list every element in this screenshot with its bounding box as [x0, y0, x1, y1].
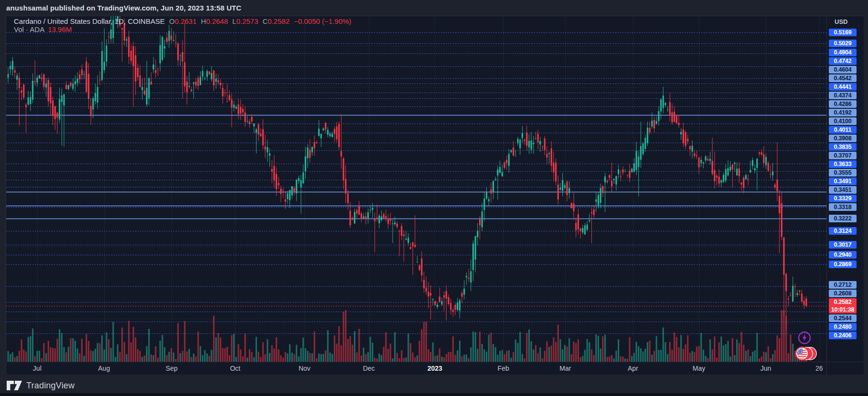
ohlc-values: O0.2631H0.2648L0.2573C0.2582	[165, 17, 289, 25]
chart-plot-area[interactable]	[6, 16, 826, 362]
change-value: −0.0050 (−1.90%)	[294, 17, 351, 25]
price-axis-currency: USD	[835, 18, 847, 25]
price-level-label: 0.4604	[829, 66, 857, 73]
time-axis[interactable]: JulAugSepOctNovDec2023FebMarAprMayJun26	[6, 362, 864, 375]
symbol-legend: Cardano / United States Dollar, 1D, COIN…	[14, 17, 351, 33]
volume-bars	[7, 310, 807, 362]
current-price-label: 0.258210:01:38	[829, 298, 857, 313]
ohlc-item: L0.2573	[232, 17, 258, 25]
minds-flag-badges-icon[interactable]	[794, 345, 818, 364]
tradingview-wordmark[interactable]: TradingView	[26, 381, 75, 391]
ohlc-item: H0.2648	[201, 17, 228, 25]
time-axis-label: Oct	[230, 365, 240, 372]
price-level-label: 0.3908	[829, 135, 857, 142]
tradingview-footer: TradingView	[6, 379, 75, 392]
time-axis-label: Nov	[299, 365, 311, 372]
price-level-label: 0.3707	[829, 152, 857, 159]
published-banner: anushsamal published on TradingView.com,…	[6, 3, 241, 13]
time-axis-label: Jul	[33, 365, 42, 372]
candles	[7, 16, 807, 330]
time-axis-label: May	[693, 365, 705, 372]
price-level-label: 0.2480	[829, 323, 857, 331]
price-level-label: 0.2940	[829, 251, 857, 259]
price-level-label: 0.3633	[829, 160, 857, 168]
price-level-label: 0.4286	[829, 100, 857, 108]
price-level-label: 0.2712	[829, 281, 857, 289]
price-level-label: 0.3017	[829, 241, 857, 249]
time-axis-label: Apr	[628, 365, 638, 372]
time-axis-label: Jun	[761, 365, 772, 372]
chart-snapshot: Cardano / United States Dollar, 1D, COIN…	[6, 16, 863, 375]
boost-lightning-icon[interactable]	[797, 331, 812, 347]
badge-front-flag	[796, 347, 808, 360]
price-level-label: 0.4742	[829, 57, 857, 65]
volume-value: 13.96M	[48, 25, 72, 33]
time-axis-label: 2023	[428, 365, 442, 372]
price-level-label: 0.2406	[829, 332, 857, 339]
time-axis-label: Feb	[498, 365, 509, 372]
axis-corner	[826, 362, 864, 375]
price-level-label: 0.5029	[829, 40, 857, 47]
volume-legend-row: Vol · ADA13.96M	[14, 25, 351, 33]
price-level-label: 0.4904	[829, 49, 857, 56]
price-level-label: 0.3124	[829, 227, 857, 235]
symbol-title: Cardano / United States Dollar, 1D, COIN…	[14, 17, 165, 25]
ohlc-item: C0.2582	[263, 17, 290, 25]
price-level-label: 0.4542	[829, 74, 857, 82]
price-level-label: 0.4374	[829, 92, 857, 99]
current-price-value: 0.2582	[834, 298, 851, 306]
time-axis-label: Sep	[166, 365, 178, 372]
price-axis[interactable]: USD 0.51690.50290.49040.47420.46040.4542…	[826, 16, 864, 362]
bar-countdown: 10:01:38	[831, 306, 854, 313]
time-axis-label: Dec	[363, 365, 375, 372]
price-level-label: 0.4441	[829, 83, 857, 91]
price-level-label: 0.4192	[829, 109, 857, 116]
price-level-label: 0.3318	[829, 203, 857, 211]
time-axis-label: Aug	[98, 365, 110, 372]
price-level-label: 0.3555	[829, 169, 857, 177]
volume-label: Vol · ADA	[14, 25, 44, 33]
price-level-label: 0.4100	[829, 117, 857, 125]
price-level-label: 0.2608	[829, 290, 857, 297]
price-level-label: 0.2544	[829, 314, 857, 322]
price-level-label: 0.5169	[829, 29, 857, 36]
ohlc-item: O0.2631	[169, 17, 197, 25]
price-level-label: 0.3451	[829, 186, 857, 194]
time-axis-label: Mar	[559, 365, 571, 372]
price-level-label: 0.3329	[829, 195, 857, 202]
price-level-label: 0.3835	[829, 143, 857, 151]
time-axis-label: 26	[815, 365, 823, 372]
price-level-label: 0.4011	[829, 126, 857, 134]
symbol-legend-row: Cardano / United States Dollar, 1D, COIN…	[14, 17, 351, 25]
price-level-label: 0.2869	[829, 261, 857, 268]
tradingview-logo-icon[interactable]	[6, 380, 22, 391]
tradingview-snapshot-page: anushsamal published on TradingView.com,…	[0, 0, 868, 396]
price-level-label: 0.3222	[829, 215, 857, 222]
bottom-strip	[0, 393, 868, 396]
price-level-label: 0.3491	[829, 177, 857, 185]
